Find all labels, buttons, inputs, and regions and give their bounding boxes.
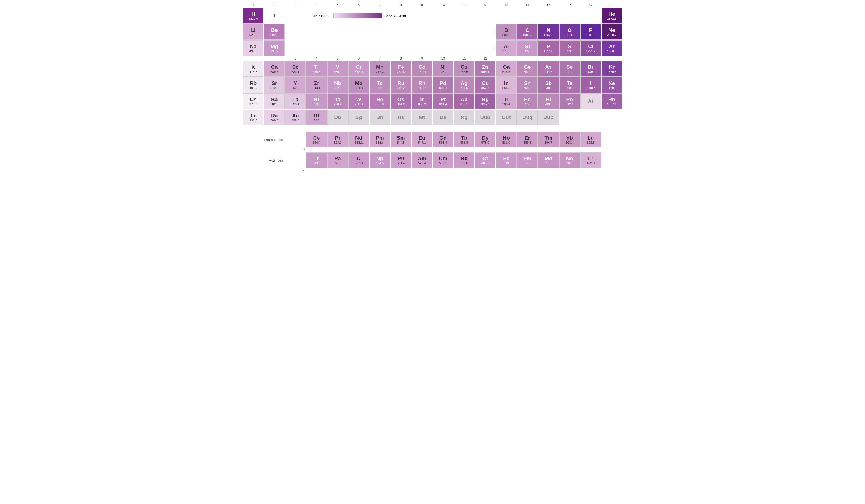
element-Lr: Lr 472.8 [580, 152, 601, 168]
element-Uut: Uut [496, 109, 517, 125]
col-7-label: 7 [370, 3, 390, 7]
element-Cl: Cl 1251.2 [580, 40, 601, 56]
element-Fe: Fe 762.5 [391, 61, 411, 77]
element-Hf: Hf 658.5 [306, 93, 327, 109]
actinide-period-label: 7 [243, 168, 306, 172]
element-Ra: Ra 509.3 [264, 109, 285, 125]
col-11-label-r4: 11 [454, 57, 474, 60]
element-Np: Np 604.5 [370, 152, 390, 168]
element-Mt: Mt [412, 109, 432, 125]
col-4-label: 4 [306, 3, 327, 7]
element-Nd: Nd 533.1 [348, 132, 369, 148]
element-Ag: Ag 731.0 [454, 77, 474, 93]
element-In: In 558.3 [496, 77, 517, 93]
element-Cd: Cd 867.8 [475, 77, 495, 93]
col-6-label-r4: 6 [348, 57, 369, 60]
legend-max: 2372.3 kJ/mol [384, 14, 406, 18]
element-Ti: Ti 658.8 [306, 61, 327, 77]
element-Zr: Zr 640.1 [306, 77, 327, 93]
col-3-label: 3 [285, 3, 305, 7]
col-6-label: 6 [348, 3, 369, 7]
element-B: B 800.6 [496, 24, 517, 40]
element-Rh: Rh 719.7 [412, 77, 432, 93]
element-Tc: Tc 702 [370, 77, 390, 93]
element-Al: Al 577.5 [496, 40, 517, 56]
element-N: N 1402.3 [538, 24, 559, 40]
element-As: As 944.5 [538, 61, 559, 77]
element-U: U 597.6 [348, 152, 369, 168]
col-14-label: 14 [517, 3, 538, 7]
element-Pr: Pr 528.1 [327, 132, 348, 148]
element-Ru: Ru 710.2 [391, 77, 411, 93]
element-F: F 1681.0 [580, 24, 601, 40]
element-Uup: Uup [538, 109, 559, 125]
element-Ge: Ge 762.2 [517, 61, 538, 77]
element-Pa: Pa 568 [327, 152, 348, 168]
element-Pd: Pd 804.4 [432, 77, 453, 93]
element-Th: Th 608.5 [306, 152, 327, 168]
element-He: He 2372.3 [602, 8, 622, 24]
element-Rn: Rn 1037.1 [602, 93, 622, 109]
element-Li: Li 520.2 [243, 24, 264, 40]
element-Ca: Ca 589.8 [264, 61, 285, 77]
element-Ir: Ir 865.2 [412, 93, 432, 109]
row-2-label: 2 [285, 24, 495, 40]
element-Au: Au 890.1 [454, 93, 474, 109]
element-C: C 1086.5 [517, 24, 538, 40]
col-5-label-r4: 5 [327, 57, 348, 60]
element-Dy: Dy 573.0 [475, 132, 495, 148]
col-13-label: 13 [496, 3, 517, 7]
element-Se: Se 941.0 [560, 61, 580, 77]
element-Md: Md 635 [538, 152, 559, 168]
element-Cm: Cm 578.1 [432, 152, 453, 168]
element-Pt: Pt 864.4 [432, 93, 453, 109]
element-Y: Y 599.9 [285, 77, 305, 93]
col-9-label: 9 [412, 3, 432, 7]
element-Tb: Tb 565.8 [454, 132, 474, 148]
element-Ce: Ce 534.4 [306, 132, 327, 148]
row1-empty [432, 8, 601, 24]
element-Xe: Xe 1170.3 [602, 77, 622, 93]
element-H: H 1312.0 [243, 8, 264, 24]
element-Gd: Gd 593.4 [432, 132, 453, 148]
element-Bk: Bk 598.0 [454, 152, 474, 168]
element-Zn: Zn 906.4 [475, 61, 495, 77]
element-Er: Er 589.3 [517, 132, 538, 148]
lanthanide-row-period [285, 132, 305, 148]
element-V: V 650.9 [327, 61, 348, 77]
element-Sm: Sm 544.5 [391, 132, 411, 148]
col-7-label-r4: 7 [370, 57, 390, 60]
col-12-label-r4: 12 [475, 57, 495, 60]
col-18-label: 18 [602, 3, 622, 7]
element-Si: Si 786.5 [517, 40, 538, 56]
element-Ne: Ne 2080.7 [602, 24, 622, 40]
element-Eu: Eu 547.1 [412, 132, 432, 148]
element-Cf: Cf 606.1 [475, 152, 495, 168]
element-Ni: Ni 737.1 [432, 61, 453, 77]
element-Cs: Cs 375.7 [243, 93, 264, 109]
col-8-label: 8 [391, 3, 411, 7]
actinides-label: Actinides [243, 152, 285, 168]
element-Fm: Fm 627 [517, 152, 538, 168]
element-Mn: Mn 717.3 [370, 61, 390, 77]
element-La: La 538.1 [285, 93, 305, 109]
element-Ba: Ba 502.9 [264, 93, 285, 109]
element-Be: Be 899.5 [264, 24, 285, 40]
element-Te: Te 869.3 [560, 77, 580, 93]
element-Fr: Fr 393.0 [243, 109, 264, 125]
element-Ds: Ds [432, 109, 453, 125]
element-Cr: Cr 652.9 [348, 61, 369, 77]
element-Uuq: Uuq [517, 109, 538, 125]
element-Br: Br 1139.9 [580, 61, 601, 77]
col-4-label-r4: 4 [306, 57, 327, 60]
element-O: O 1313.9 [560, 24, 580, 40]
col-10-label-r4: 10 [432, 57, 453, 60]
element-Pb: Pb 715.6 [517, 93, 538, 109]
col-5-label: 5 [327, 3, 348, 7]
element-Rf: Rf 580 [306, 109, 327, 125]
col-10-label: 10 [432, 3, 453, 7]
col-15-label: 15 [538, 3, 559, 7]
col-12-label: 12 [475, 3, 495, 7]
element-Db: Db [327, 109, 348, 125]
legend-bar [333, 13, 382, 19]
